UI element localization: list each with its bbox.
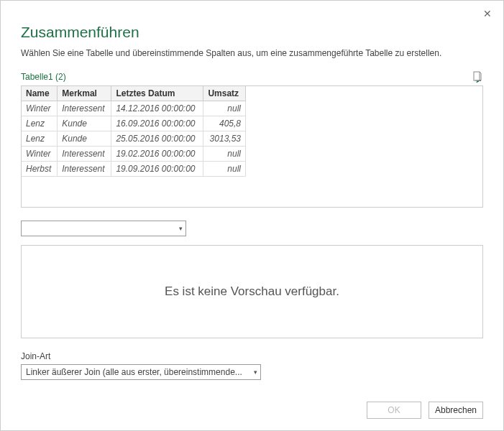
table-row[interactable]: Lenz Kunde 25.05.2016 00:00:00 3013,53 xyxy=(22,131,246,147)
cell: Winter xyxy=(22,147,58,162)
cell: 405,8 xyxy=(203,116,246,131)
cell: Lenz xyxy=(22,131,58,147)
cell: Herbst xyxy=(22,162,58,177)
cell: 19.02.2016 00:00:00 xyxy=(111,147,203,162)
primary-table-preview[interactable]: Name Merkmal Letztes Datum Umsatz Winter… xyxy=(21,85,483,208)
cell: Interessent xyxy=(58,147,111,162)
col-header[interactable]: Umsatz xyxy=(203,86,246,101)
cell: Interessent xyxy=(58,101,111,116)
join-type-label: Join-Art xyxy=(21,351,483,361)
cell: Interessent xyxy=(58,162,111,177)
primary-table-name: Tabelle1 (2) xyxy=(21,72,66,82)
cell: null xyxy=(203,101,246,116)
col-header[interactable]: Merkmal xyxy=(58,86,111,101)
cell: 14.12.2016 00:00:00 xyxy=(111,101,203,116)
cancel-button[interactable]: Abbrechen xyxy=(429,402,483,419)
table-row[interactable]: Lenz Kunde 16.09.2016 00:00:00 405,8 xyxy=(22,116,246,131)
col-header[interactable]: Name xyxy=(22,86,58,101)
svg-rect-0 xyxy=(474,72,480,80)
cell: Kunde xyxy=(58,116,111,131)
cell: Lenz xyxy=(22,116,58,131)
no-preview-text: Es ist keine Vorschau verfügbar. xyxy=(165,284,339,299)
cell: 19.09.2016 00:00:00 xyxy=(111,162,203,177)
refresh-icon[interactable] xyxy=(472,71,483,83)
close-button[interactable]: ✕ xyxy=(480,6,495,21)
cell: null xyxy=(203,147,246,162)
chevron-down-icon: ▾ xyxy=(254,369,257,376)
merge-dialog: ✕ Zusammenführen Wählen Sie eine Tabelle… xyxy=(0,0,504,431)
primary-table-header-row: Tabelle1 (2) xyxy=(21,71,483,83)
cell: Kunde xyxy=(58,131,111,147)
join-type-select[interactable]: Linker äußerer Join (alle aus erster, üb… xyxy=(21,364,261,380)
no-preview-panel: Es ist keine Vorschau verfügbar. xyxy=(21,245,483,338)
dialog-subtitle: Wählen Sie eine Tabelle und übereinstimm… xyxy=(21,48,483,58)
cell: 16.09.2016 00:00:00 xyxy=(111,116,203,131)
table-row[interactable]: Winter Interessent 14.12.2016 00:00:00 n… xyxy=(22,101,246,116)
cell: 3013,53 xyxy=(203,131,246,147)
cell: Winter xyxy=(22,101,58,116)
join-type-selected: Linker äußerer Join (alle aus erster, üb… xyxy=(26,367,242,377)
ok-button[interactable]: OK xyxy=(367,402,421,419)
dialog-title: Zusammenführen xyxy=(21,24,483,41)
table-row[interactable]: Winter Interessent 19.02.2016 00:00:00 n… xyxy=(22,147,246,162)
second-table-select[interactable]: ▾ xyxy=(21,221,186,236)
col-header[interactable]: Letztes Datum xyxy=(111,86,203,101)
chevron-down-icon: ▾ xyxy=(179,225,183,232)
table-row[interactable]: Herbst Interessent 19.09.2016 00:00:00 n… xyxy=(22,162,246,177)
dialog-button-row: OK Abbrechen xyxy=(367,402,483,419)
cell: null xyxy=(203,162,246,177)
header-row: Name Merkmal Letztes Datum Umsatz xyxy=(22,86,246,101)
cell: 25.05.2016 00:00:00 xyxy=(111,131,203,147)
dialog-content: Zusammenführen Wählen Sie eine Tabelle u… xyxy=(1,1,503,380)
